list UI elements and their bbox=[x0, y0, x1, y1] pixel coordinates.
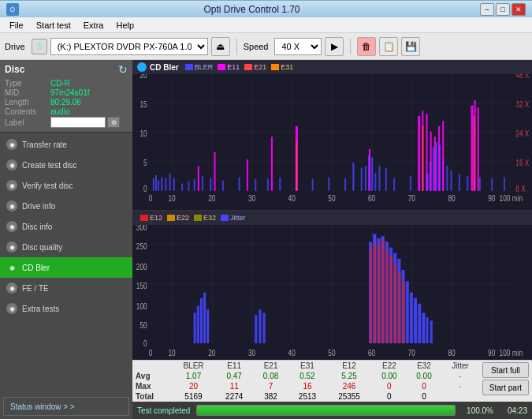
stats-col-e32: E32 bbox=[407, 361, 441, 371]
menu-help[interactable]: Help bbox=[110, 19, 140, 32]
svg-text:50: 50 bbox=[328, 347, 336, 357]
chart-area: CD Bler BLER E11 E21 bbox=[132, 60, 532, 419]
chart1-legend-e21: E21 bbox=[244, 63, 266, 71]
minimize-button[interactable]: − bbox=[480, 3, 494, 16]
speed-apply-button[interactable]: ▶ bbox=[325, 37, 344, 56]
close-button[interactable]: ✕ bbox=[512, 3, 526, 16]
svg-text:90: 90 bbox=[488, 347, 496, 357]
sidebar-item-disc-quality[interactable]: ◉ Disc quality bbox=[0, 237, 132, 257]
svg-text:80: 80 bbox=[448, 193, 455, 203]
stats-total-jitter bbox=[441, 391, 479, 402]
cd-bler-label: CD Bler bbox=[22, 264, 50, 272]
sidebar-item-transfer-rate[interactable]: ◉ Transfer rate bbox=[0, 134, 132, 155]
start-full-button[interactable]: Start full bbox=[482, 362, 529, 378]
status-window-button[interactable]: Status window > > bbox=[3, 397, 129, 416]
svg-rect-60 bbox=[374, 173, 376, 190]
menu-file[interactable]: File bbox=[3, 19, 30, 32]
svg-rect-48 bbox=[255, 179, 256, 191]
svg-text:100 min: 100 min bbox=[500, 193, 523, 203]
chart2-jitter-label: Jitter bbox=[230, 214, 246, 222]
stats-total-e21: 382 bbox=[254, 391, 288, 402]
menu-extra[interactable]: Extra bbox=[77, 19, 110, 32]
chart1-icon bbox=[137, 62, 147, 72]
svg-text:15: 15 bbox=[140, 99, 147, 109]
svg-rect-46 bbox=[222, 181, 224, 191]
speed-selector[interactable]: 40 X bbox=[274, 38, 322, 55]
sidebar-item-cd-bler[interactable]: ◉ CD Bler bbox=[0, 257, 132, 278]
svg-text:40: 40 bbox=[288, 347, 296, 357]
stats-total-e22: 0 bbox=[372, 391, 407, 402]
stats-max-e31: 16 bbox=[288, 381, 327, 391]
disc-refresh-button[interactable]: ↻ bbox=[118, 63, 128, 76]
chart2-title-bar: E12 E22 E32 Jitter bbox=[132, 211, 532, 225]
stats-row-max: Max 20 11 7 16 246 0 0 - bbox=[132, 381, 479, 391]
svg-rect-158 bbox=[386, 249, 389, 343]
start-part-button[interactable]: Start part bbox=[482, 380, 529, 395]
svg-rect-71 bbox=[446, 166, 448, 191]
svg-rect-150 bbox=[418, 304, 421, 343]
stats-bar: BLER E11 E21 E31 E12 E22 E32 Jitter Avg bbox=[132, 360, 532, 402]
svg-rect-64 bbox=[410, 176, 411, 190]
sidebar-nav: ◉ Transfer rate ◉ Create test disc ◉ Ver… bbox=[0, 133, 132, 394]
toolbar-separator-2 bbox=[350, 39, 351, 54]
disc-contents-key: Contents bbox=[5, 107, 50, 116]
stats-col-e11: E11 bbox=[215, 361, 254, 371]
cd-bler-icon: ◉ bbox=[6, 262, 17, 273]
svg-rect-136 bbox=[259, 309, 261, 343]
svg-text:50: 50 bbox=[328, 193, 335, 203]
sidebar-item-fe-te[interactable]: ◉ FE / TE bbox=[0, 278, 132, 298]
svg-rect-63 bbox=[393, 178, 395, 191]
svg-rect-96 bbox=[474, 116, 475, 191]
sidebar-item-create-test-disc[interactable]: ◉ Create test disc bbox=[0, 155, 132, 175]
stats-max-e22: 0 bbox=[372, 381, 407, 391]
svg-text:0: 0 bbox=[149, 347, 153, 357]
sidebar-item-drive-info[interactable]: ◉ Drive info bbox=[0, 196, 132, 216]
sidebar-item-extra-tests[interactable]: ◉ Extra tests bbox=[0, 298, 132, 319]
stats-avg-label: Avg bbox=[132, 371, 172, 381]
svg-text:0: 0 bbox=[149, 193, 153, 203]
progress-percent: 100.0% bbox=[462, 406, 493, 415]
sidebar-bottom: Status window > > bbox=[0, 394, 132, 419]
svg-rect-53 bbox=[328, 178, 329, 191]
stats-avg-e22: 0.00 bbox=[372, 371, 407, 381]
sidebar-item-verify-test-disc[interactable]: ◉ Verify test disc bbox=[0, 175, 132, 196]
sidebar-item-disc-info[interactable]: ◉ Disc info bbox=[0, 216, 132, 237]
svg-text:16 X: 16 X bbox=[515, 158, 530, 167]
disc-mid-val: 97m24s01f bbox=[50, 88, 89, 97]
chart2-legend-jitter: Jitter bbox=[221, 214, 246, 222]
stats-avg-jitter: - bbox=[441, 371, 479, 381]
stats-avg-e12: 5.25 bbox=[326, 371, 372, 381]
disc-panel: Disc ↻ Type CD-R MID 97m24s01f Length 80… bbox=[0, 60, 132, 133]
svg-text:60: 60 bbox=[368, 193, 375, 203]
disc-label-input[interactable] bbox=[50, 117, 106, 128]
stats-max-e21: 7 bbox=[254, 381, 288, 391]
report-button[interactable]: 📋 bbox=[379, 37, 398, 56]
svg-rect-155 bbox=[374, 241, 376, 343]
speed-label: Speed bbox=[244, 42, 269, 51]
svg-rect-84 bbox=[418, 116, 420, 191]
svg-rect-90 bbox=[442, 121, 444, 190]
maximize-button[interactable]: □ bbox=[496, 3, 510, 16]
drive-icon: 💿 bbox=[32, 39, 47, 54]
stats-max-e12: 246 bbox=[326, 381, 372, 391]
svg-rect-131 bbox=[197, 305, 199, 342]
chart2-e32-label: E32 bbox=[203, 214, 216, 222]
svg-rect-72 bbox=[451, 170, 452, 190]
clear-button[interactable]: 🗑 bbox=[357, 37, 376, 56]
chart2-body: 300 250 200 150 100 50 0 0 10 20 30 40 5… bbox=[132, 225, 532, 361]
disc-label-settings-button[interactable]: ⚙ bbox=[107, 117, 120, 128]
drive-selector[interactable]: (K:) PLEXTOR DVDR PX-760A 1.07 bbox=[50, 38, 208, 55]
svg-text:24 X: 24 X bbox=[515, 129, 530, 138]
svg-rect-61 bbox=[378, 166, 380, 191]
svg-rect-75 bbox=[479, 178, 481, 191]
svg-rect-152 bbox=[426, 317, 428, 343]
disc-contents-val: audio bbox=[50, 107, 69, 116]
svg-rect-78 bbox=[198, 166, 199, 191]
disc-length-val: 80:29.06 bbox=[50, 98, 81, 107]
save-button[interactable]: 💾 bbox=[401, 37, 420, 56]
svg-rect-86 bbox=[426, 114, 427, 191]
menu-start-test[interactable]: Start test bbox=[30, 19, 77, 32]
chart2-e22-label: E22 bbox=[177, 214, 189, 222]
svg-rect-47 bbox=[239, 178, 240, 191]
eject-button[interactable]: ⏏ bbox=[211, 37, 230, 56]
